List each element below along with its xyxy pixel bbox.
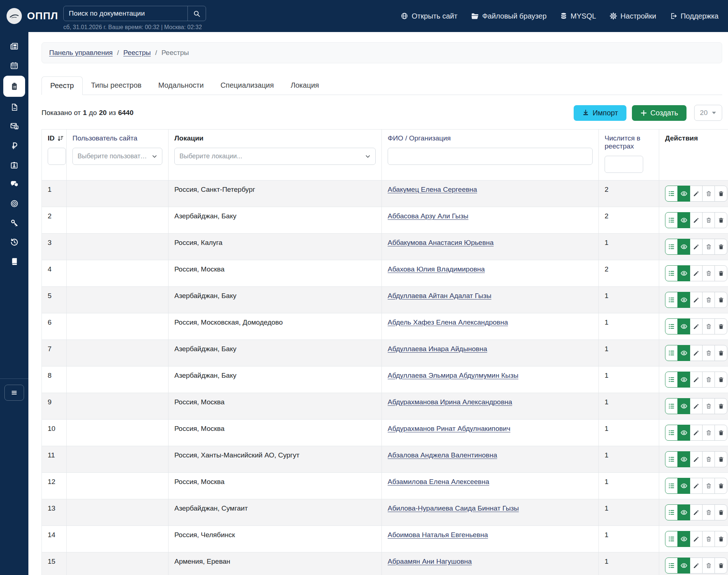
row-list-button[interactable] (665, 345, 678, 361)
row-name-link[interactable]: Абзалова Анджела Валентиновна (388, 451, 497, 459)
page-size-select[interactable]: 20 (694, 105, 722, 121)
sidebar-item-documents[interactable] (0, 98, 28, 117)
row-edit-button[interactable] (690, 292, 703, 308)
row-view-button[interactable] (677, 372, 690, 388)
row-name-link[interactable]: Абдурахманов Ринат Абдулнакипович (388, 425, 510, 432)
row-edit-button[interactable] (690, 425, 703, 441)
row-delete-button[interactable] (715, 425, 727, 441)
count-filter-input[interactable] (605, 156, 643, 173)
sidebar-item-news[interactable] (0, 36, 28, 56)
row-view-button[interactable] (677, 318, 690, 334)
column-header-user[interactable]: Пользователь сайта (72, 134, 137, 142)
row-name-link[interactable]: Аббакумова Анастасия Юрьевна (388, 239, 494, 246)
row-name-link[interactable]: Абдуллаева Инара Айдыновна (388, 345, 487, 353)
row-name-link[interactable]: Абакумец Елена Сергеевна (388, 186, 477, 193)
row-name-link[interactable]: Абдуллаева Айтан Адалат Гызы (388, 292, 491, 300)
row-list-button[interactable] (665, 292, 678, 308)
id-filter-input[interactable] (48, 148, 66, 165)
row-name-link[interactable]: Абраамян Ани Нагушовна (388, 558, 472, 565)
breadcrumb-link-dashboard[interactable]: Панель управления (49, 49, 113, 57)
row-delete-button[interactable] (715, 239, 727, 255)
row-edit-button[interactable] (690, 372, 703, 388)
location-filter-select[interactable]: Выберите локации... (174, 148, 376, 165)
row-edit-button[interactable] (690, 398, 703, 414)
nav-mysql[interactable]: MYSQL (560, 12, 596, 20)
create-button[interactable]: Создать (632, 105, 687, 121)
logo[interactable] (7, 8, 22, 24)
breadcrumb-link-registries[interactable]: Реестры (123, 49, 151, 57)
column-header-fio[interactable]: ФИО / Организация (388, 134, 451, 142)
row-edit-button[interactable] (690, 212, 703, 228)
row-edit-button[interactable] (690, 345, 703, 361)
row-view-button[interactable] (677, 398, 690, 414)
row-archive-button[interactable] (702, 531, 715, 547)
row-edit-button[interactable] (690, 318, 703, 334)
row-delete-button[interactable] (715, 186, 727, 202)
row-archive-button[interactable] (702, 372, 715, 388)
row-list-button[interactable] (665, 186, 678, 202)
row-edit-button[interactable] (690, 504, 703, 520)
fio-filter-input[interactable] (388, 148, 593, 165)
tab-registry[interactable]: Реестр (41, 76, 83, 95)
row-view-button[interactable] (677, 186, 690, 202)
row-list-button[interactable] (665, 451, 678, 467)
row-edit-button[interactable] (690, 558, 703, 574)
search-button[interactable] (187, 6, 206, 21)
row-delete-button[interactable] (715, 478, 727, 494)
sidebar-item-mail[interactable] (0, 117, 28, 136)
row-name-link[interactable]: Абдурахманова Ирина Александровна (388, 398, 512, 406)
row-edit-button[interactable] (690, 265, 703, 281)
row-view-button[interactable] (677, 531, 690, 547)
row-archive-button[interactable] (702, 345, 715, 361)
row-edit-button[interactable] (690, 451, 703, 467)
row-archive-button[interactable] (702, 504, 715, 520)
row-list-button[interactable] (665, 265, 678, 281)
sidebar-toggle-button[interactable] (4, 385, 24, 401)
sidebar-item-history[interactable] (0, 233, 28, 252)
row-edit-button[interactable] (690, 186, 703, 202)
row-list-button[interactable] (665, 558, 678, 574)
tab-modalities[interactable]: Модальности (150, 76, 212, 95)
sidebar-item-access[interactable] (0, 213, 28, 233)
row-archive-button[interactable] (702, 265, 715, 281)
nav-file-browser[interactable]: Файловый браузер (471, 12, 547, 20)
row-view-button[interactable] (677, 212, 690, 228)
row-name-link[interactable]: Абилова-Нуралиева Саида Биннат Гызы (388, 504, 519, 512)
row-view-button[interactable] (677, 451, 690, 467)
tab-location[interactable]: Локация (282, 76, 327, 95)
row-name-link[interactable]: Абахова Юлия Владимировна (388, 265, 485, 273)
row-name-link[interactable]: Абдуллаева Эльмира Абдулмумин Кызы (388, 372, 518, 379)
row-delete-button[interactable] (715, 531, 727, 547)
nav-open-site[interactable]: Открыть сайт (400, 12, 458, 20)
row-archive-button[interactable] (702, 451, 715, 467)
row-view-button[interactable] (677, 345, 690, 361)
row-archive-button[interactable] (702, 239, 715, 255)
row-list-button[interactable] (665, 212, 678, 228)
row-list-button[interactable] (665, 398, 678, 414)
row-edit-button[interactable] (690, 478, 703, 494)
row-view-button[interactable] (677, 265, 690, 281)
row-view-button[interactable] (677, 504, 690, 520)
row-list-button[interactable] (665, 318, 678, 334)
row-view-button[interactable] (677, 292, 690, 308)
row-list-button[interactable] (665, 239, 678, 255)
row-archive-button[interactable] (702, 292, 715, 308)
row-delete-button[interactable] (715, 398, 727, 414)
row-archive-button[interactable] (702, 318, 715, 334)
row-edit-button[interactable] (690, 239, 703, 255)
row-delete-button[interactable] (715, 345, 727, 361)
column-header-count[interactable]: Числится в реестрах (605, 134, 640, 150)
row-name-link[interactable]: Абоимова Наталья Евгеньевна (388, 531, 488, 539)
nav-settings[interactable]: Настройки (609, 12, 656, 20)
search-input[interactable] (64, 6, 187, 21)
sidebar-item-registries[interactable] (0, 75, 28, 98)
row-archive-button[interactable] (702, 398, 715, 414)
sidebar-item-docs-book[interactable] (0, 252, 28, 271)
sidebar-item-calendar[interactable] (0, 56, 28, 75)
row-delete-button[interactable] (715, 265, 727, 281)
tab-registry-types[interactable]: Типы реестров (83, 76, 150, 95)
tab-specialization[interactable]: Специализация (212, 76, 282, 95)
sidebar-item-members[interactable] (0, 155, 28, 175)
nav-support[interactable]: Поддержка (669, 12, 719, 20)
row-list-button[interactable] (665, 425, 678, 441)
